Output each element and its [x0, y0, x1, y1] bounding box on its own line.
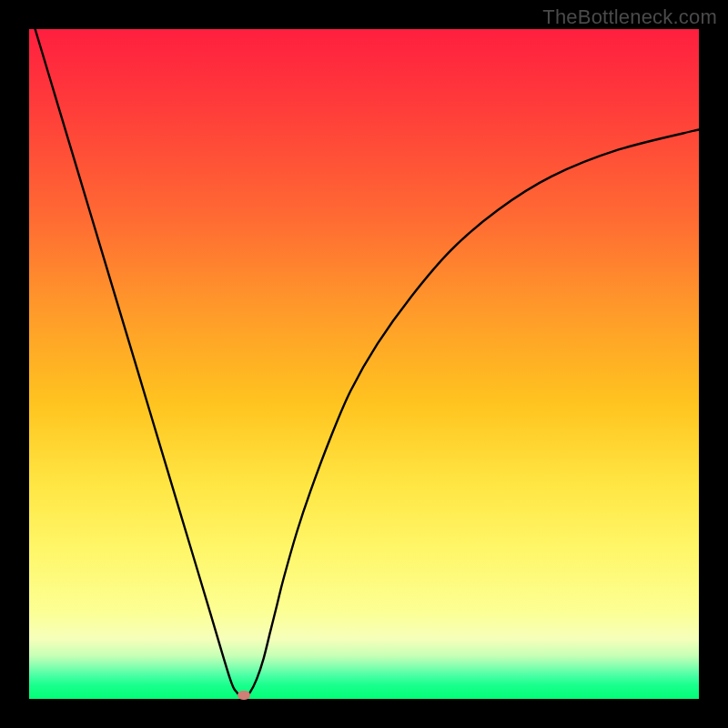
optimal-point-marker: [238, 691, 250, 700]
watermark-text: TheBottleneck.com: [542, 5, 717, 29]
plot-area: [29, 29, 699, 699]
chart-frame: TheBottleneck.com: [0, 0, 728, 728]
bottleneck-curve: [29, 29, 699, 699]
